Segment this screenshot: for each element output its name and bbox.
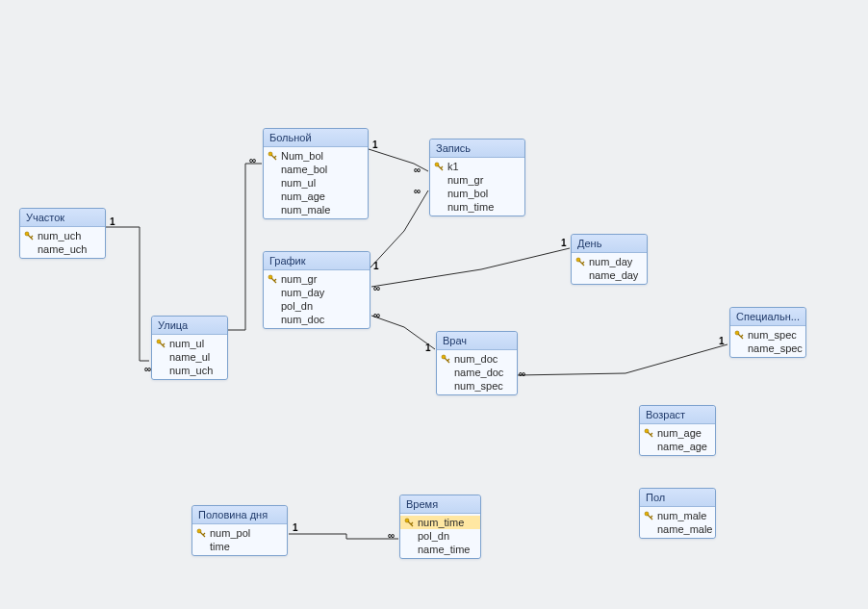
field-label: num_time — [416, 517, 464, 528]
key-icon — [402, 517, 416, 528]
field-label: Num_bol — [279, 150, 323, 162]
field-label: num_ul — [167, 338, 204, 349]
table-field[interactable]: num_ul — [264, 176, 368, 190]
card-label: ∞ — [373, 283, 380, 293]
table-field[interactable]: num_bol — [430, 187, 524, 200]
field-label: name_uch — [36, 243, 87, 255]
field-label: num_ul — [279, 177, 316, 189]
key-icon — [22, 230, 36, 241]
table-field[interactable]: k1 — [430, 160, 524, 173]
table-field[interactable]: name_time — [400, 543, 480, 556]
field-label: pol_dn — [279, 300, 313, 312]
key-icon — [439, 353, 452, 365]
field-label: num_spec — [452, 380, 503, 392]
field-label: num_age — [279, 190, 325, 202]
table-field[interactable]: name_doc — [437, 366, 517, 379]
table-field[interactable]: num_day — [264, 286, 370, 299]
table-uchastok[interactable]: Участок num_uch name_uch — [19, 208, 106, 259]
table-field[interactable]: name_uch — [20, 242, 105, 256]
table-field[interactable]: num_male — [640, 509, 715, 522]
table-field[interactable]: num_gr — [430, 173, 524, 187]
table-ulitsa[interactable]: Улица num_ul name_ul num_uch — [151, 316, 228, 380]
card-label: ∞ — [414, 165, 421, 175]
table-body: num_day name_day — [572, 253, 647, 284]
table-pol[interactable]: Пол num_male name_male — [639, 488, 716, 539]
field-label: name_age — [655, 441, 707, 452]
table-title[interactable]: Пол — [640, 489, 715, 507]
table-field[interactable]: num_age — [640, 426, 715, 440]
field-label: num_day — [587, 256, 632, 267]
card-label: 1 — [293, 522, 298, 533]
table-field[interactable]: time — [192, 540, 287, 553]
table-field[interactable]: num_pol — [192, 526, 287, 540]
card-label: 1 — [425, 343, 431, 353]
table-field[interactable]: num_age — [264, 190, 368, 203]
table-field[interactable]: pol_dn — [264, 299, 370, 313]
table-field[interactable]: name_day — [572, 268, 647, 282]
table-field[interactable]: num_doc — [264, 313, 370, 326]
table-field[interactable]: name_age — [640, 440, 715, 453]
table-field[interactable]: num_male — [264, 203, 368, 216]
key-icon — [266, 273, 279, 285]
table-title[interactable]: День — [572, 235, 647, 253]
table-body: num_pol time — [192, 524, 287, 555]
table-vrach[interactable]: Врач num_doc name_doc num_spec — [436, 331, 518, 395]
field-label: name_spec — [746, 343, 803, 354]
table-title[interactable]: Участок — [20, 209, 105, 227]
table-title[interactable]: Половина дня — [192, 506, 287, 524]
table-title[interactable]: Возраст — [640, 406, 715, 424]
table-title[interactable]: Запись — [430, 140, 524, 158]
table-vremya[interactable]: Время num_time pol_dn name_time — [399, 495, 481, 559]
field-label: name_ul — [167, 351, 210, 363]
table-title[interactable]: Больной — [264, 129, 368, 147]
table-title[interactable]: Специальн... — [730, 308, 805, 326]
field-label: k1 — [446, 161, 459, 172]
field-label: num_pol — [208, 527, 250, 539]
table-field[interactable]: pol_dn — [400, 529, 480, 543]
table-field[interactable]: num_uch — [20, 229, 105, 242]
key-icon — [432, 161, 446, 172]
table-field[interactable]: num_gr — [264, 272, 370, 286]
table-field[interactable]: Num_bol — [264, 149, 368, 163]
table-field[interactable]: name_spec — [730, 342, 805, 355]
field-label: num_spec — [746, 329, 797, 341]
table-zapis[interactable]: Запись k1 num_gr num_bol num_time — [429, 139, 525, 216]
table-field[interactable]: num_time — [430, 200, 524, 214]
field-label: num_male — [655, 510, 706, 521]
table-field[interactable]: num_uch — [152, 364, 227, 377]
table-title[interactable]: Время — [400, 495, 480, 514]
table-field[interactable]: num_ul — [152, 337, 227, 350]
table-bolnoy[interactable]: Больной Num_bol name_bol num_ul num_age … — [263, 128, 369, 219]
key-icon — [194, 527, 208, 539]
table-den[interactable]: День num_day name_day — [571, 234, 648, 285]
table-grafik[interactable]: График num_gr num_day pol_dn num_doc — [263, 251, 370, 329]
table-field[interactable]: name_male — [640, 522, 715, 536]
field-label: num_uch — [36, 230, 81, 241]
table-field[interactable]: name_bol — [264, 163, 368, 176]
table-body: num_gr num_day pol_dn num_doc — [264, 270, 370, 328]
table-field[interactable]: name_ul — [152, 350, 227, 364]
table-title[interactable]: Улица — [152, 317, 227, 335]
table-field[interactable]: num_spec — [730, 328, 805, 342]
table-spec[interactable]: Специальн... num_spec name_spec — [729, 307, 806, 358]
table-title[interactable]: Врач — [437, 332, 517, 350]
table-title[interactable]: График — [264, 252, 370, 270]
table-polovina[interactable]: Половина дня num_pol time — [191, 505, 288, 556]
field-label: num_gr — [279, 273, 317, 285]
table-body: num_doc name_doc num_spec — [437, 350, 517, 394]
field-label: name_time — [416, 544, 470, 555]
key-icon-empty — [22, 243, 36, 255]
field-label: num_male — [279, 204, 330, 216]
table-body: num_ul name_ul num_uch — [152, 335, 227, 379]
table-field[interactable]: num_time — [400, 516, 480, 529]
table-field[interactable]: num_spec — [437, 379, 517, 393]
table-field[interactable]: num_day — [572, 255, 647, 268]
table-vozrast[interactable]: Возраст num_age name_age — [639, 405, 716, 456]
table-field[interactable]: num_doc — [437, 352, 517, 366]
field-label: num_bol — [446, 188, 488, 199]
card-label: ∞ — [519, 368, 525, 379]
table-body: num_male name_male — [640, 507, 715, 538]
field-label: time — [208, 541, 230, 552]
field-label: num_time — [446, 201, 494, 213]
field-label: name_doc — [452, 367, 503, 378]
